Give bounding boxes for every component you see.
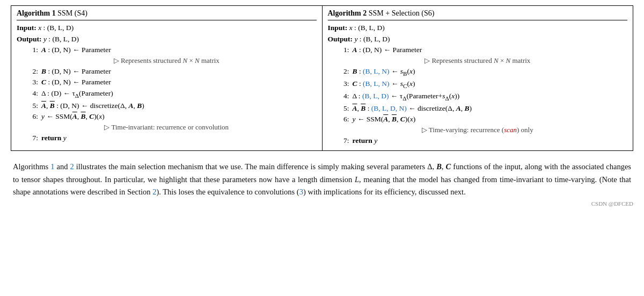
algo1-step1: A : (D, N) ← Parameter [41,45,111,55]
algo2-input-line: Input: x : (B, L, D) [328,23,628,33]
algo2-step7: return y [353,135,378,146]
algo2-input-label: Input: [328,23,348,33]
algo1-input-label: Input: [17,23,36,33]
algo1-output-value: y : (B, L, D) [43,34,79,45]
algorithms-container: Algorithm 1 SSM (S4) Input: x : (B, L, D… [11,5,633,151]
algo1-subtitle: SSM (S4) [57,9,87,17]
algo2-linenum3: 3: [338,78,349,89]
algo2-linenum7: 7: [338,135,349,146]
algo1-line6: 6: y ← SSM(A, B, C)(x) [17,111,317,122]
watermark: CSDN @DFCED [11,200,633,207]
algo1-title-row: Algorithm 1 SSM (S4) [17,9,317,20]
algo1-line4: 4: Δ : (D) ← τΔ(Parameter) [17,88,317,100]
algo2-line4: 4: Δ : (B, L, D) ← τΔ(Parameter+sΔ(x)) [328,91,628,103]
algo2-step2: B : (B, L, N) ← sB(x) [353,66,415,78]
desc-link-conv[interactable]: 3 [299,187,303,196]
algo2-input-value: x : (B, L, D) [349,23,385,33]
algo2-linenum5: 5: [338,103,349,114]
algo1-linenum2: 2: [26,66,38,77]
algo1-linenum1: 1: [26,45,38,55]
algo1-linenum7: 7: [26,133,38,143]
algo2-line6: 6: y ← SSM(A, B, C)(x) [328,114,628,125]
algorithm-1-box: Algorithm 1 SSM (S4) Input: x : (B, L, D… [11,6,323,150]
algo2-line7: 7: return y [328,135,628,146]
algo2-output-value: y : (B, L, D) [354,34,390,45]
algo1-comment1: ▷ Represents structured N × N matrix [17,56,317,65]
algo1-step2: B : (D, N) ← Parameter [41,66,111,77]
algo2-comment2: ▷ Time-varying: recurrence (scan) only [328,126,628,134]
algo1-line2: 2: B : (D, N) ← Parameter [17,66,317,77]
desc-and: and [54,162,70,171]
algo1-line1: 1: A : (D, N) ← Parameter [17,45,317,55]
algo2-linenum2: 2: [338,66,349,77]
desc-link-2[interactable]: 2 [70,162,74,171]
algo1-number: Algorithm 1 [17,9,56,17]
description-paragraph: Algorithms 1 and 2 illustrates the main … [11,161,633,198]
algo1-output-label: Output: [17,34,42,45]
algorithm-2-box: Algorithm 2 SSM + Selection (S6) Input: … [323,6,633,150]
algo2-comment1: ▷ Represents structured N × N matrix [328,56,628,65]
algo1-line7: 7: return y [17,133,317,143]
algo1-linenum6: 6: [26,111,38,122]
algo2-subtitle: SSM + Selection (S6) [369,9,435,17]
algo2-linenum6: 6: [338,114,349,125]
algo2-linenum1: 1: [338,45,349,55]
algo2-output-line: Output: y : (B, L, D) [328,34,628,45]
desc-text-3: ) with implications for its efficiency, … [303,187,466,196]
algo1-step4: Δ : (D) ← τΔ(Parameter) [41,88,113,100]
algo2-step6: y ← SSM(A, B, C)(x) [353,114,416,125]
algo1-comment2: ▷ Time-invariant: recurrence or convolut… [17,123,317,132]
algo2-line1: 1: A : (D, N) ← Parameter [328,45,628,55]
algo1-input-value: x : (B, L, D) [38,23,74,33]
algo2-number: Algorithm 2 [328,9,367,17]
algo1-step7: return y [41,133,67,143]
algo2-step5: A, B : (B, L, D, N) ← discretize(Δ, A, B… [353,103,472,114]
algo1-linenum3: 3: [26,77,38,88]
algo1-input-line: Input: x : (B, L, D) [17,23,317,33]
algo1-line3: 3: C : (D, N) ← Parameter [17,77,317,88]
algo2-line5: 5: A, B : (B, L, D, N) ← discretize(Δ, A… [328,103,628,114]
algo1-line5: 5: A, B : (D, N) ← discretize(Δ, A, B) [17,100,317,111]
algo2-linenum4: 4: [338,91,349,102]
algo2-step1: A : (D, N) ← Parameter [353,45,422,55]
algo1-output-line: Output: y : (B, L, D) [17,34,317,45]
algo1-linenum4: 4: [26,88,38,99]
algo1-linenum5: 5: [26,100,38,111]
algo2-output-label: Output: [328,34,353,45]
algo2-step3: C : (B, L, N) ← sC(x) [353,78,415,90]
algo1-step5: A, B : (D, N) ← discretize(Δ, A, B) [41,100,144,111]
algo1-step3: C : (D, N) ← Parameter [41,77,111,88]
algo2-line3: 3: C : (B, L, N) ← sC(x) [328,78,628,90]
desc-text-2: ). This loses the equivalence to convolu… [156,187,299,196]
algo2-title-row: Algorithm 2 SSM + Selection (S6) [328,9,628,20]
algo2-line2: 2: B : (B, L, N) ← sB(x) [328,66,628,78]
desc-text-prefix: Algorithms [13,162,50,171]
algo1-step6: y ← SSM(A, B, C)(x) [41,111,105,122]
algo2-step4: Δ : (B, L, D) ← τΔ(Parameter+sΔ(x)) [353,91,460,103]
